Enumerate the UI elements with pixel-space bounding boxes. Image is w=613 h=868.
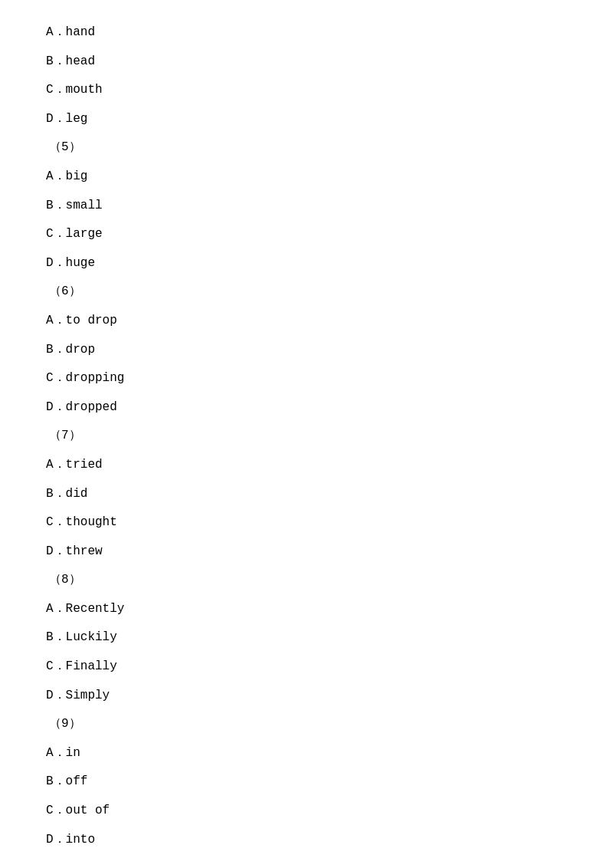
option-b-6: B．drop <box>46 340 567 360</box>
option-d-8: D．Simply <box>46 686 567 706</box>
option-d-5: D．huge <box>46 254 567 274</box>
option-a-0: A．hand <box>46 23 567 43</box>
option-b-9: B．off <box>46 772 567 792</box>
option-a-5: A．big <box>46 167 567 187</box>
section-6: （6） A．to drop B．drop C．dropping D．droppe… <box>46 282 567 417</box>
option-a-9: A．in <box>46 744 567 764</box>
option-a-8: A．Recently <box>46 600 567 620</box>
option-c-5: C．large <box>46 225 567 245</box>
option-d-7: D．threw <box>46 542 567 562</box>
page-content: A．hand B．head C．mouth D．leg （5） A．big B．… <box>0 0 613 868</box>
option-b-0: B．head <box>46 52 567 72</box>
option-c-9: C．out of <box>46 801 567 821</box>
option-b-8: B．Luckily <box>46 628 567 648</box>
option-c-0: C．mouth <box>46 81 567 100</box>
section-number-7: （7） <box>46 426 567 446</box>
option-c-8: C．Finally <box>46 657 567 677</box>
option-c-7: C．thought <box>46 513 567 533</box>
section-9: （9） A．in B．off C．out of D．into <box>46 715 567 850</box>
option-d-9: D．into <box>46 830 567 850</box>
section-number-8: （8） <box>46 570 567 590</box>
option-a-6: A．to drop <box>46 311 567 331</box>
section-5: （5） A．big B．small C．large D．huge <box>46 138 567 273</box>
option-d-0: D．leg <box>46 110 567 130</box>
section-7: （7） A．tried B．did C．thought D．threw <box>46 426 567 561</box>
option-b-7: B．did <box>46 485 567 505</box>
option-b-5: B．small <box>46 196 567 216</box>
section-number-6: （6） <box>46 282 567 302</box>
option-d-6: D．dropped <box>46 398 567 418</box>
option-a-7: A．tried <box>46 455 567 475</box>
section-8: （8） A．Recently B．Luckily C．Finally D．Sim… <box>46 570 567 705</box>
section-number-5: （5） <box>46 138 567 158</box>
option-c-6: C．dropping <box>46 369 567 389</box>
section-number-9: （9） <box>46 715 567 735</box>
section-options-group-0: A．hand B．head C．mouth D．leg <box>46 23 567 129</box>
